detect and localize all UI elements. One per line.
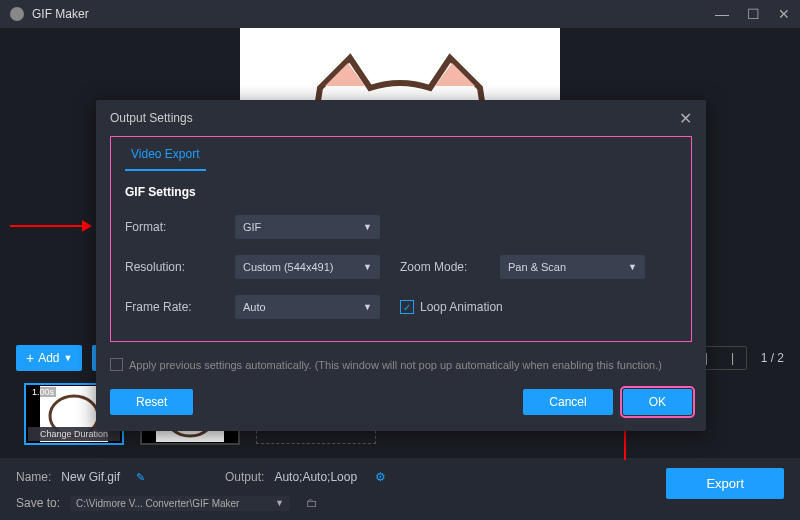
settings-highlight-box: Video Export GIF Settings Format: GIF▼ R… (110, 136, 692, 342)
resolution-select[interactable]: Custom (544x491)▼ (235, 255, 380, 279)
annotation-arrow-right-icon (10, 225, 90, 227)
ok-button[interactable]: OK (623, 389, 692, 415)
framerate-select[interactable]: Auto▼ (235, 295, 380, 319)
pager-next-button[interactable]: | (720, 347, 746, 369)
saveto-select[interactable]: C:\Vidmore V... Converter\GIF Maker ▼ (70, 496, 290, 511)
apply-previous-label: Apply previous settings automatically. (… (129, 359, 662, 371)
titlebar: GIF Maker ― ☐ ✕ (0, 0, 800, 28)
edit-name-icon[interactable]: ✎ (136, 471, 145, 484)
caret-down-icon: ▼ (275, 498, 284, 508)
browse-folder-icon[interactable]: 🗀 (306, 496, 318, 510)
tab-video-export[interactable]: Video Export (125, 147, 206, 171)
gif-settings-heading: GIF Settings (111, 171, 691, 207)
zoom-mode-label: Zoom Mode: (400, 260, 480, 274)
close-window-icon[interactable]: ✕ (778, 6, 790, 22)
cancel-button[interactable]: Cancel (523, 389, 612, 415)
loop-animation-checkbox[interactable]: ✓ Loop Animation (400, 300, 503, 314)
app-logo-icon (10, 7, 24, 21)
app-title: GIF Maker (32, 7, 89, 21)
maximize-icon[interactable]: ☐ (747, 6, 760, 22)
minimize-icon[interactable]: ― (715, 6, 729, 22)
export-button[interactable]: Export (666, 468, 784, 499)
dialog-close-icon[interactable]: ✕ (679, 109, 692, 128)
output-label: Output: (225, 470, 264, 484)
clip-duration: 1.00s (30, 387, 56, 397)
name-label: Name: (16, 470, 51, 484)
output-value: Auto;Auto;Loop (274, 470, 357, 484)
reset-button[interactable]: Reset (110, 389, 193, 415)
resolution-label: Resolution: (125, 260, 215, 274)
add-button[interactable]: + Add ▼ (16, 345, 82, 371)
page-indicator: 1 / 2 (761, 351, 784, 365)
caret-down-icon: ▼ (64, 353, 73, 363)
zoom-mode-select[interactable]: Pan & Scan▼ (500, 255, 645, 279)
bottom-bar: Name: New Gif.gif ✎ Output: Auto;Auto;Lo… (0, 458, 800, 520)
apply-previous-checkbox[interactable] (110, 358, 123, 371)
caret-down-icon: ▼ (363, 262, 372, 272)
output-settings-dialog: Output Settings ✕ Video Export GIF Setti… (96, 100, 706, 431)
saveto-label: Save to: (16, 496, 60, 510)
output-settings-icon[interactable]: ⚙ (375, 470, 386, 484)
caret-down-icon: ▼ (628, 262, 637, 272)
dialog-title: Output Settings (110, 111, 193, 125)
format-select[interactable]: GIF▼ (235, 215, 380, 239)
checkbox-checked-icon: ✓ (400, 300, 414, 314)
caret-down-icon: ▼ (363, 222, 372, 232)
framerate-label: Frame Rate: (125, 300, 215, 314)
caret-down-icon: ▼ (363, 302, 372, 312)
name-value: New Gif.gif (61, 470, 120, 484)
plus-icon: + (26, 350, 34, 366)
format-label: Format: (125, 220, 215, 234)
